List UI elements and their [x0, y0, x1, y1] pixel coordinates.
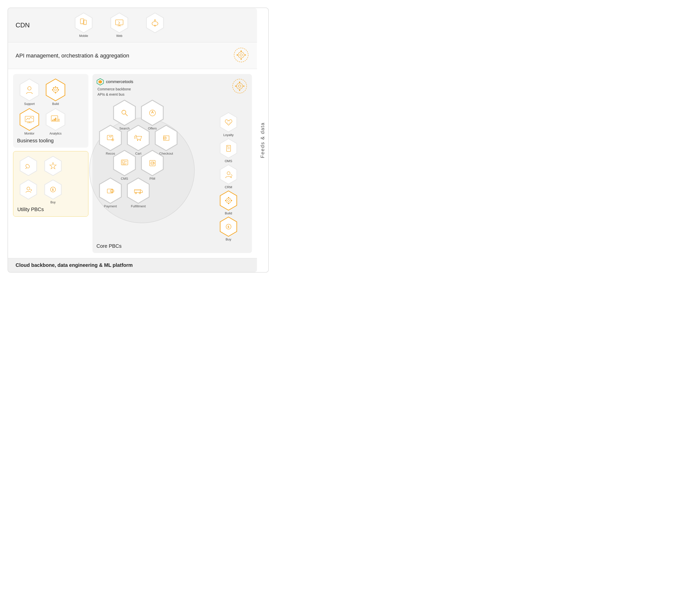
right-build-icon [224, 196, 233, 205]
reviews-hex-inner [44, 157, 62, 175]
support-hex-inner [19, 79, 40, 101]
core-right-gear [232, 78, 248, 95]
web-hex [109, 13, 130, 33]
svg-rect-24 [52, 89, 53, 90]
svg-point-58 [140, 140, 141, 141]
core-gear-icon [232, 78, 248, 94]
svg-rect-88 [228, 203, 229, 204]
cdn-web-item: Web [109, 13, 130, 38]
crm-hex-inner [219, 165, 238, 184]
cdn-mobile-item: Mobile [74, 13, 94, 38]
api-icon [233, 47, 249, 64]
api-label: API management, orchestration & aggregat… [16, 52, 129, 59]
svg-text:$: $ [111, 191, 112, 192]
build-label: Build [52, 102, 59, 106]
pim-icon [148, 158, 157, 168]
utility-rocket-item [18, 156, 38, 176]
svg-rect-34 [55, 118, 56, 121]
crm-label: CRM [225, 185, 232, 189]
right-build-hex [218, 191, 238, 211]
payment-hex-inner: $ [98, 178, 123, 203]
honeycomb-grid: Search [97, 100, 207, 241]
loyalty-label: Loyalty [223, 133, 234, 137]
cloud-upload-icon [150, 18, 160, 28]
svg-rect-16 [237, 54, 238, 56]
right-panel: Loyalty [209, 100, 248, 241]
fulfillment-label: Fulfillment [131, 204, 146, 208]
contact-hex-inner [19, 180, 38, 199]
content-area: Support [8, 69, 257, 258]
crm-icon [224, 170, 233, 179]
recos-icon: + [106, 133, 115, 143]
svg-point-84 [227, 172, 230, 175]
loyalty-icon [224, 118, 233, 127]
loyalty-hex [218, 112, 238, 132]
svg-rect-38 [25, 164, 30, 169]
svg-point-2 [82, 23, 82, 24]
monitor-label: Monitor [24, 132, 35, 135]
buy-hex-inner: $ [44, 180, 62, 199]
search-icon [120, 108, 129, 117]
main-container: CDN [7, 7, 269, 272]
utility-pbcs-label: Utility PBCs [17, 206, 84, 212]
ct-brand: commercetools [97, 78, 133, 86]
hc-payment: $ Payment [97, 177, 124, 208]
svg-rect-80 [227, 145, 231, 151]
analytics-hex [44, 108, 67, 131]
left-column: Support [13, 74, 88, 253]
cart-hex-inner [126, 126, 150, 150]
svg-rect-25 [58, 89, 59, 90]
payment-icon: $ [106, 186, 115, 196]
business-tooling-label: Business tooling [17, 138, 84, 144]
cdn-label: CDN [16, 21, 46, 29]
bt-monitor-item: Monitor [18, 108, 41, 135]
svg-point-46 [237, 83, 243, 89]
core-pbcs-area: commercetools Commerce backbone APIs & e… [92, 74, 252, 253]
fulfillment-hex-shape [125, 177, 151, 204]
right-buy-item: $ Buy [209, 217, 248, 241]
svg-point-47 [238, 85, 241, 87]
bt-build-item: Build [44, 79, 67, 106]
utility-hex-grid: $ Buy [17, 155, 84, 204]
cms-hex-inner [112, 151, 137, 175]
utility-buy-item: $ Buy [43, 179, 63, 204]
support-hex [18, 79, 41, 101]
svg-rect-26 [53, 87, 54, 89]
oms-label: OMS [225, 159, 232, 163]
web-hex-inner [110, 13, 129, 32]
svg-point-19 [27, 88, 28, 89]
loyalty-hex-inner [219, 113, 238, 132]
oms-icon [224, 144, 233, 153]
svg-rect-33 [54, 119, 55, 121]
monitor-icon [24, 114, 35, 125]
search-hex-inner [112, 101, 137, 125]
build-icon [50, 85, 61, 95]
offers-hex-shape [139, 100, 166, 126]
svg-rect-50 [235, 86, 236, 87]
rocket-hex [18, 156, 38, 176]
svg-marker-39 [50, 162, 56, 169]
cdn-web-label: Web [116, 34, 122, 38]
hc-cms: CMS [111, 150, 138, 180]
cms-hex-shape [111, 150, 138, 176]
right-buy-hex-inner: $ [219, 217, 238, 236]
svg-text:$: $ [228, 225, 229, 229]
cdn-cloud-item [145, 13, 165, 38]
checkout-hex-inner [154, 126, 178, 150]
contact-icon [24, 185, 33, 194]
hc-pim: PIM [139, 150, 166, 180]
checkout-hex-shape [153, 125, 179, 151]
recos-hex-shape: + [97, 125, 124, 151]
svg-rect-32 [52, 120, 53, 121]
svg-rect-87 [228, 197, 229, 198]
ct-description: Commerce backbone APIs & event bus [98, 87, 133, 97]
hc-row-4: $ Payment [97, 177, 207, 208]
honeycomb-area: Search [97, 100, 248, 241]
svg-rect-14 [240, 50, 242, 52]
bt-hex-grid: Support [17, 78, 84, 136]
svg-point-86 [228, 200, 230, 202]
ct-logo-icon [97, 78, 104, 86]
checkout-icon [162, 133, 171, 143]
svg-point-21 [55, 89, 57, 91]
svg-point-52 [122, 110, 126, 114]
